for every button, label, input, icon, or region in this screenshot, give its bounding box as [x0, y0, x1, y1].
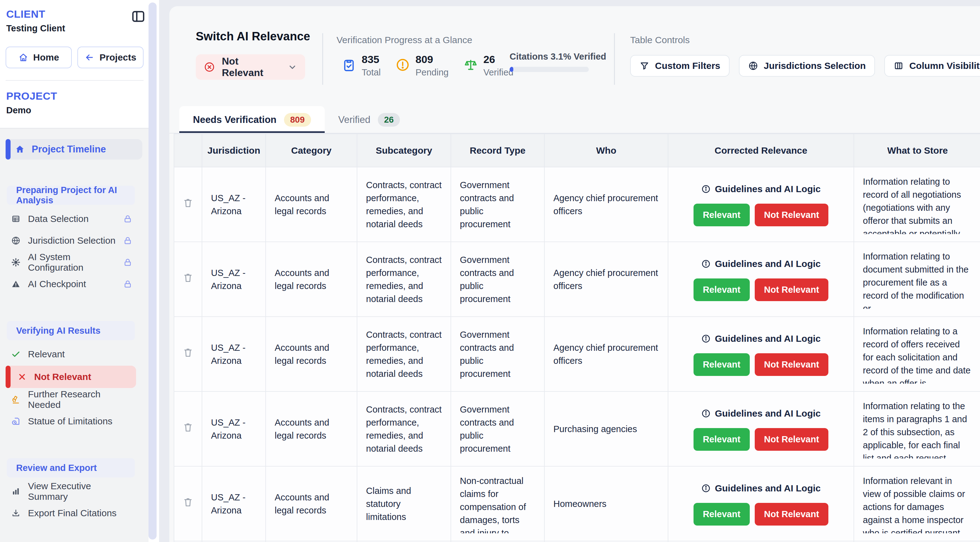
table-controls-title: Table Controls [630, 35, 690, 45]
column-header-category: Category [266, 134, 357, 167]
cell-subcategory: Contracts, contract performance, remedie… [357, 167, 451, 242]
not-relevant-button[interactable]: Not Relevant [755, 503, 828, 526]
custom-filters-button[interactable]: Custom Filters [630, 55, 730, 77]
sidebar-scrollbar[interactable] [148, 3, 157, 539]
trash-icon[interactable] [182, 197, 194, 208]
sidebar-item-ai-checkpoint[interactable]: AI Checkpoint [0, 273, 148, 295]
guidelines-link[interactable]: Guidelines and AI Logic [671, 482, 850, 495]
column-header-subcategory: Subcategory [357, 134, 451, 167]
cell-jurisdiction: US_AZ - Arizona [202, 391, 266, 466]
guidelines-link[interactable]: Guidelines and AI Logic [671, 332, 850, 345]
stat-label: Verified [484, 67, 514, 78]
relevant-button[interactable]: Relevant [694, 279, 750, 301]
cell-category: Accounts and legal records [266, 167, 357, 242]
citations-progress-bar [509, 67, 589, 72]
sidebar-item-data-selection[interactable]: Data Selection [0, 208, 148, 230]
cell-text: Accounts and legal records [275, 192, 348, 218]
button-label: Column Visibility [909, 60, 980, 71]
sidebar-item-not-relevant[interactable]: Not Relevant [6, 366, 136, 388]
cell-text: Claims and statutory limitations [366, 484, 442, 523]
sidebar-item-label: AI System Configuration [28, 252, 116, 273]
tab-needs-verification[interactable]: Needs Verification809 [179, 106, 325, 133]
stat-total: 835Total [342, 53, 381, 78]
cell-what-to-store: Information relating to the items in par… [854, 391, 980, 466]
not-relevant-button[interactable]: Not Relevant [755, 279, 828, 301]
delete-cell [174, 391, 202, 466]
stat-value: 26 [484, 53, 514, 65]
not-relevant-button[interactable]: Not Relevant [755, 428, 828, 451]
citations-progress: Citations 3.1% Verified [509, 52, 590, 72]
not-relevant-button[interactable]: Not Relevant [755, 353, 828, 376]
guidelines-link[interactable]: Guidelines and AI Logic [671, 257, 850, 270]
sidebar-item-statue-of-limitations[interactable]: Statue of Limitations [0, 410, 148, 432]
guidelines-label: Guidelines and AI Logic [715, 482, 821, 495]
sidebar: CLIENT Testing Client Home Projects PROJ… [0, 0, 159, 542]
sidebar-item-jurisdiction-selection[interactable]: Jurisdiction Selection [0, 230, 148, 252]
sidebar-item-ai-system-configuration[interactable]: AI System Configuration [0, 252, 148, 273]
projects-button[interactable]: Projects [77, 47, 143, 68]
main-panel: Switch AI Relevance Not Relevant Verific… [169, 6, 980, 542]
project-name: Demo [6, 105, 159, 116]
info-icon [701, 259, 711, 268]
relevance-dropdown-value: Not Relevant [222, 55, 281, 79]
cell-text: US_AZ - Arizona [211, 192, 257, 218]
sidebar-item-view-executive-summary[interactable]: View Executive Summary [0, 480, 148, 502]
cell-what-to-store: Information relevant in view of possible… [854, 466, 980, 541]
cell-text: US_AZ - Arizona [211, 266, 257, 292]
cell-text: Information relevant in view of possible… [863, 474, 972, 533]
stat-label: Pending [415, 67, 449, 78]
column-header-jurisdiction: Jurisdiction [202, 134, 266, 167]
home-button[interactable]: Home [6, 47, 72, 68]
gear-icon [11, 258, 21, 267]
stat-verified: 26Verified [464, 53, 514, 78]
cell-who: Agency chief procurement officers [544, 242, 668, 317]
sidebar-item-further-research-needed[interactable]: Further Research Needed [0, 389, 148, 410]
sidebar-item-relevant[interactable]: Relevant [0, 343, 148, 365]
relevance-dropdown[interactable]: Not Relevant [196, 54, 305, 80]
guidelines-label: Guidelines and AI Logic [715, 182, 821, 196]
not-relevant-button[interactable]: Not Relevant [755, 204, 828, 226]
trash-icon[interactable] [182, 347, 194, 358]
info-icon [701, 483, 711, 493]
download-icon [11, 509, 21, 518]
jurisdictions-selection-button[interactable]: Jurisdictions Selection [739, 55, 875, 77]
progress-stats: 835Total809Pending26Verified [342, 53, 513, 78]
cell-text: Non-contractual claims for compensation … [460, 474, 535, 533]
trash-icon[interactable] [182, 496, 194, 507]
bar-chart-icon [11, 487, 21, 496]
citations-label: Citations 3.1% Verified [509, 52, 590, 62]
guidelines-label: Guidelines and AI Logic [715, 257, 821, 270]
lock-icon [123, 258, 132, 267]
tab-verified[interactable]: Verified26 [325, 106, 414, 133]
relevant-button[interactable]: Relevant [694, 428, 750, 451]
sidebar-toggle-icon[interactable] [131, 10, 145, 24]
delete-cell [174, 167, 202, 242]
relevant-button[interactable]: Relevant [694, 204, 750, 226]
cell-text: Government contracts and public procurem… [460, 403, 535, 455]
tab-label: Verified [338, 114, 371, 125]
cell-corrected-relevance: Guidelines and AI LogicRelevantNot Relev… [668, 317, 854, 391]
clipboard-check-icon [342, 58, 356, 72]
guidelines-link[interactable]: Guidelines and AI Logic [671, 407, 850, 420]
cell-record-type: Government contracts and public procurem… [451, 391, 544, 466]
sidebar-item-label: Jurisdiction Selection [28, 235, 116, 246]
column-visibility-button[interactable]: Column Visibility [884, 55, 980, 77]
column-header-record-type: Record Type [451, 134, 544, 167]
cell-who: Purchasing agencies [544, 391, 668, 466]
trash-icon[interactable] [182, 422, 194, 433]
circle-x-icon [204, 62, 215, 73]
trash-icon[interactable] [182, 272, 194, 283]
cell-text: Information relating to document submitt… [863, 250, 972, 309]
relevant-button[interactable]: Relevant [694, 353, 750, 376]
guidelines-label: Guidelines and AI Logic [715, 332, 821, 345]
guidelines-link[interactable]: Guidelines and AI Logic [671, 182, 850, 196]
cell-who: Homeowners [544, 466, 668, 541]
cell-what-to-store: Information relating to document submitt… [854, 242, 980, 317]
table-icon [11, 214, 21, 223]
sidebar-item-export-final-citations[interactable]: Export Final Citations [0, 502, 148, 524]
sidebar-item-project-timeline[interactable]: Project Timeline [6, 139, 142, 160]
citations-table: JurisdictionCategorySubcategoryRecord Ty… [174, 133, 980, 542]
relevant-button[interactable]: Relevant [694, 503, 750, 526]
cell-category: Accounts and legal records [266, 391, 357, 466]
cell-text: Accounts and legal records [275, 266, 348, 292]
